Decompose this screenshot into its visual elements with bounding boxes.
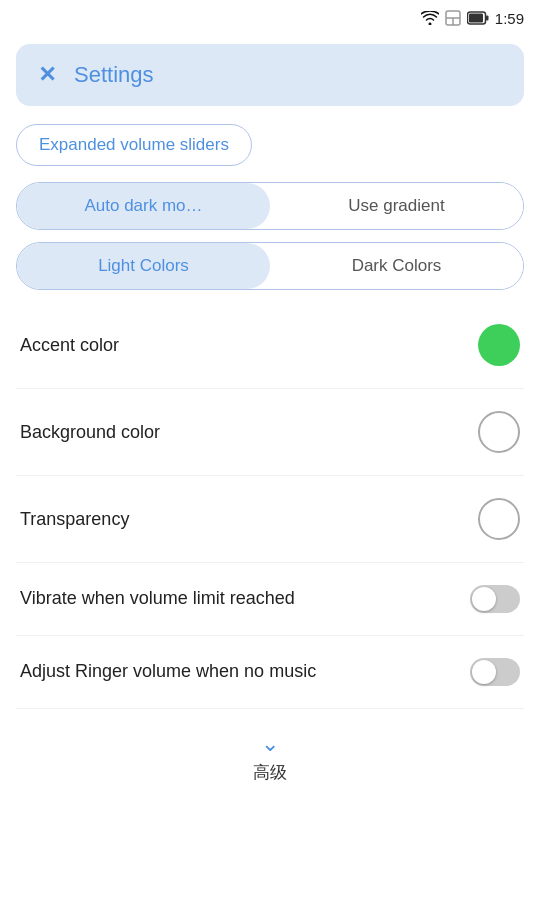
status-icons: 1:59 (421, 10, 524, 27)
background-color-label: Background color (20, 422, 160, 443)
accent-color-circle[interactable] (478, 324, 520, 366)
battery-icon (467, 11, 489, 25)
background-color-circle[interactable] (478, 411, 520, 453)
adjust-ringer-volume-row: Adjust Ringer volume when no music (16, 636, 524, 709)
transparency-label: Transparency (20, 509, 129, 530)
status-time: 1:59 (495, 10, 524, 27)
signal-icon (445, 10, 461, 26)
mode-toggle-row: Auto dark mo… Use gradient (16, 182, 524, 230)
accent-color-label: Accent color (20, 335, 119, 356)
header: ✕ Settings (16, 44, 524, 106)
expanded-volume-sliders-button[interactable]: Expanded volume sliders (16, 124, 252, 166)
svg-rect-5 (486, 16, 489, 21)
vibrate-volume-limit-label: Vibrate when volume limit reached (20, 586, 295, 611)
status-bar: 1:59 (0, 0, 540, 36)
vibrate-volume-limit-toggle[interactable] (470, 585, 520, 613)
dark-colors-option[interactable]: Dark Colors (270, 243, 523, 289)
background-color-row: Background color (16, 389, 524, 476)
content: Expanded volume sliders Auto dark mo… Us… (0, 106, 540, 709)
vibrate-volume-limit-knob (472, 587, 496, 611)
accent-color-row: Accent color (16, 302, 524, 389)
header-title: Settings (74, 62, 154, 88)
auto-dark-mode-option[interactable]: Auto dark mo… (17, 183, 270, 229)
svg-rect-4 (469, 14, 483, 23)
color-mode-toggle-row: Light Colors Dark Colors (16, 242, 524, 290)
adjust-ringer-volume-toggle[interactable] (470, 658, 520, 686)
light-colors-option[interactable]: Light Colors (17, 243, 270, 289)
chevron-down-icon[interactable]: ⌄ (261, 731, 279, 757)
footer-label: 高级 (253, 761, 287, 784)
transparency-circle[interactable] (478, 498, 520, 540)
use-gradient-option[interactable]: Use gradient (270, 183, 523, 229)
adjust-ringer-volume-knob (472, 660, 496, 684)
footer: ⌄ 高级 (0, 709, 540, 794)
wifi-icon (421, 11, 439, 25)
vibrate-volume-limit-row: Vibrate when volume limit reached (16, 563, 524, 636)
adjust-ringer-volume-label: Adjust Ringer volume when no music (20, 659, 316, 684)
close-icon[interactable]: ✕ (38, 64, 56, 86)
transparency-row: Transparency (16, 476, 524, 563)
